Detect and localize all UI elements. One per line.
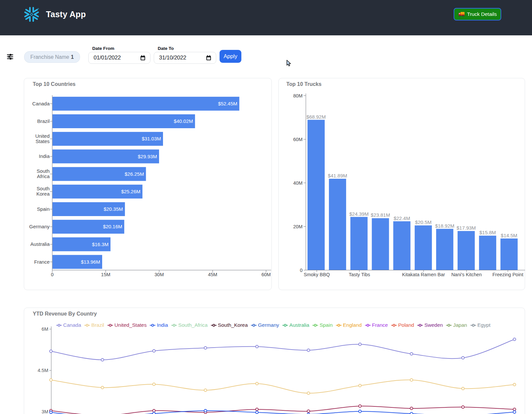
svg-text:Kitakata Ramen Bar: Kitakata Ramen Bar — [402, 272, 445, 277]
svg-text:Canada: Canada — [32, 101, 50, 106]
svg-text:3M: 3M — [42, 409, 48, 414]
svg-text:$20.16M: $20.16M — [103, 224, 122, 229]
svg-text:40M: 40M — [293, 180, 303, 186]
svg-text:United: United — [35, 133, 50, 139]
svg-text:Africa: Africa — [37, 173, 50, 179]
svg-text:South: South — [37, 168, 50, 174]
svg-text:France: France — [34, 259, 50, 265]
svg-text:0: 0 — [51, 272, 54, 277]
svg-text:$31.03M: $31.03M — [142, 136, 161, 141]
svg-text:60M: 60M — [293, 137, 303, 142]
svg-text:15M: 15M — [101, 272, 110, 277]
svg-text:Tasty Tibs: Tasty Tibs — [349, 272, 370, 277]
svg-text:$20.5M: $20.5M — [415, 219, 431, 225]
svg-text:30M: 30M — [154, 272, 164, 277]
svg-text:80M: 80M — [293, 93, 303, 98]
svg-text:4.5M: 4.5M — [38, 368, 48, 373]
svg-text:$29.93M: $29.93M — [138, 154, 157, 159]
svg-text:Spain: Spain — [37, 206, 50, 212]
svg-text:India: India — [39, 153, 50, 159]
svg-text:$52.45M: $52.45M — [218, 101, 237, 106]
svg-text:0: 0 — [300, 268, 303, 273]
svg-text:$16.3M: $16.3M — [92, 242, 108, 247]
svg-text:Australia: Australia — [30, 241, 50, 247]
svg-text:$15.8M: $15.8M — [479, 230, 496, 235]
svg-text:Brazil: Brazil — [37, 118, 50, 124]
svg-text:$26.25M: $26.25M — [125, 171, 144, 177]
svg-text:Korea: Korea — [36, 191, 50, 197]
svg-text:$18.92M: $18.92M — [435, 223, 454, 229]
svg-text:$40.02M: $40.02M — [174, 118, 193, 124]
svg-text:Freezing Point: Freezing Point — [492, 272, 523, 277]
svg-text:6M: 6M — [42, 326, 48, 332]
svg-text:$14.5M: $14.5M — [501, 233, 517, 238]
svg-text:20M: 20M — [293, 224, 303, 229]
svg-text:Smoky BBQ: Smoky BBQ — [304, 272, 330, 277]
svg-text:$17.93M: $17.93M — [457, 225, 476, 231]
svg-text:$20.35M: $20.35M — [103, 206, 123, 212]
svg-text:South: South — [37, 186, 50, 191]
svg-text:$24.39M: $24.39M — [349, 211, 369, 217]
svg-text:45M: 45M — [208, 272, 217, 277]
svg-text:Nani's Kitchen: Nani's Kitchen — [451, 272, 482, 277]
svg-text:Germany: Germany — [29, 224, 50, 229]
svg-text:$25.26M: $25.26M — [121, 189, 140, 194]
svg-text:$22.4M: $22.4M — [393, 215, 410, 221]
svg-text:$13.96M: $13.96M — [81, 259, 100, 265]
svg-text:$41.89M: $41.89M — [328, 173, 347, 178]
svg-text:60M: 60M — [262, 272, 271, 277]
svg-text:States: States — [35, 138, 50, 144]
svg-text:$68.92M: $68.92M — [307, 114, 326, 120]
svg-text:$23.81M: $23.81M — [371, 212, 390, 218]
